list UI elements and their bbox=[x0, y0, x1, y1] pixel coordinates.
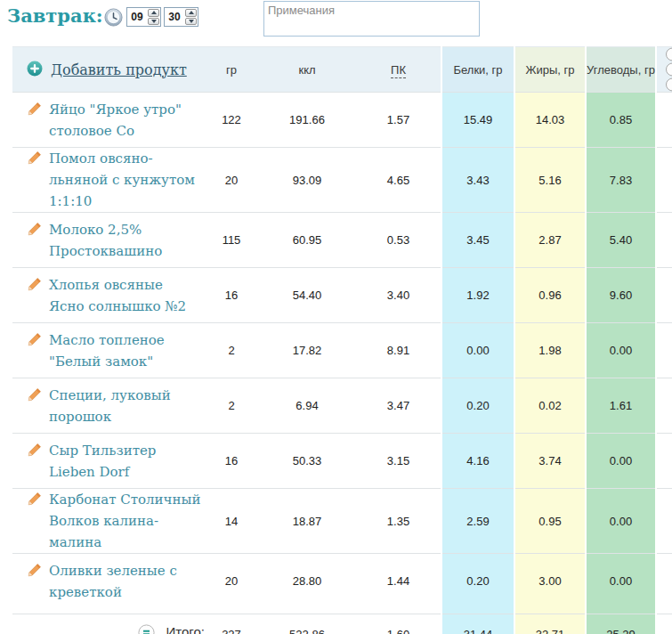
product-name[interactable]: Масло топленое "Белый замок" bbox=[49, 329, 202, 372]
row-extra bbox=[656, 378, 672, 434]
carbs-value: 0.00 bbox=[586, 323, 656, 378]
edit-pencil-icon[interactable] bbox=[27, 102, 42, 120]
table-row: Масло топленое "Белый замок" 2 17.82 8.9… bbox=[12, 323, 672, 378]
product-name[interactable]: Помол овсяно-льняной с кунжутом 1:1:10 bbox=[49, 148, 202, 212]
carbs-value: 9.60 bbox=[586, 268, 656, 323]
product-name[interactable]: Яйцо "Яркое утро" столовое Со bbox=[49, 99, 202, 142]
action-circle-button[interactable] bbox=[666, 48, 672, 61]
totals-extra bbox=[656, 614, 672, 634]
totals-protein: 31.44 bbox=[441, 614, 514, 634]
grams-value: 20 bbox=[205, 148, 258, 213]
table-row: Хлопья овсяные Ясно солнышко №2 16 54.40… bbox=[12, 268, 672, 323]
row-extra bbox=[656, 213, 672, 268]
column-header-protein: Белки, гр bbox=[441, 47, 514, 93]
pk-value: 4.65 bbox=[356, 148, 441, 213]
header-action-area bbox=[656, 47, 672, 93]
fat-value: 0.95 bbox=[514, 489, 586, 554]
totals-grams: 327 bbox=[205, 614, 258, 634]
edit-pencil-icon[interactable] bbox=[27, 150, 42, 169]
table-row: Оливки зеленые с креветкой 20 28.80 1.44… bbox=[12, 554, 672, 609]
add-product-icon[interactable] bbox=[27, 61, 43, 79]
hours-value[interactable]: 09 bbox=[127, 8, 147, 26]
action-circle-button[interactable] bbox=[666, 63, 672, 77]
totals-fat: 32.71 bbox=[514, 614, 586, 634]
row-extra bbox=[656, 554, 672, 609]
kcal-value: 28.80 bbox=[258, 554, 356, 609]
totals-label: Итого: bbox=[166, 624, 205, 634]
kcal-value: 17.82 bbox=[258, 323, 356, 378]
minutes-spin-down-button[interactable] bbox=[185, 18, 197, 26]
arrow-down-icon bbox=[189, 20, 194, 23]
product-name[interactable]: Оливки зеленые с креветкой bbox=[49, 560, 202, 603]
edit-pencil-icon[interactable] bbox=[27, 332, 42, 351]
product-name[interactable]: Молоко 2,5% Простоквашино bbox=[49, 219, 202, 262]
kcal-value: 54.40 bbox=[258, 268, 356, 323]
hours-spin-down-button[interactable] bbox=[148, 18, 159, 26]
add-product-link[interactable]: Добавить продукт bbox=[51, 61, 187, 78]
edit-pencil-icon[interactable] bbox=[27, 222, 42, 240]
arrow-up-icon bbox=[151, 11, 157, 14]
row-extra bbox=[656, 489, 672, 554]
product-rows: Яйцо "Яркое утро" столовое Со 122 191.66… bbox=[12, 93, 672, 609]
fat-value: 5.16 bbox=[514, 148, 586, 213]
carbs-value: 7.83 bbox=[586, 148, 656, 213]
protein-value: 15.49 bbox=[441, 93, 514, 148]
edit-pencil-icon[interactable] bbox=[27, 443, 42, 461]
protein-value: 3.45 bbox=[441, 213, 514, 268]
grams-value: 2 bbox=[205, 323, 258, 378]
edit-pencil-icon[interactable] bbox=[27, 563, 42, 581]
product-name[interactable]: Сыр Тильзитер Lieben Dorf bbox=[49, 440, 202, 483]
action-circle-button[interactable] bbox=[666, 78, 672, 92]
hours-spin-up-button[interactable] bbox=[148, 9, 159, 17]
protein-value: 0.00 bbox=[441, 323, 514, 378]
grams-value: 2 bbox=[205, 378, 258, 434]
edit-pencil-icon[interactable] bbox=[27, 387, 42, 406]
minutes-value[interactable]: 30 bbox=[165, 8, 184, 26]
fat-value: 0.02 bbox=[514, 378, 586, 434]
pk-value: 3.15 bbox=[356, 434, 441, 489]
carbs-value: 0.00 bbox=[586, 434, 656, 489]
pk-value: 1.35 bbox=[356, 489, 441, 554]
table-row: Специи, луковый порошок 2 6.94 3.47 0.20… bbox=[12, 378, 672, 434]
protein-value: 2.59 bbox=[441, 489, 514, 554]
grams-value: 20 bbox=[205, 554, 258, 609]
table-row: Молоко 2,5% Простоквашино 115 60.95 0.53… bbox=[12, 213, 672, 268]
meal-title: Завтрак: bbox=[7, 4, 103, 27]
table-row: Карбонат Столичный Волков калина-малина … bbox=[12, 489, 672, 554]
kcal-value: 93.09 bbox=[258, 148, 356, 213]
row-extra bbox=[656, 434, 672, 489]
table-header-row: Добавить продукт гр ккл ПК Белки, гр Жир… bbox=[12, 47, 672, 93]
column-header-pk: ПК bbox=[356, 47, 441, 93]
edit-pencil-icon[interactable] bbox=[27, 277, 42, 296]
kcal-value: 6.94 bbox=[258, 378, 356, 434]
pk-tooltip-trigger[interactable]: ПК bbox=[391, 63, 406, 78]
grams-value: 122 bbox=[205, 93, 258, 148]
kcal-value: 18.87 bbox=[258, 489, 356, 554]
arrow-down-icon bbox=[151, 20, 157, 23]
edit-pencil-icon[interactable] bbox=[27, 492, 42, 510]
table-row: Яйцо "Яркое утро" столовое Со 122 191.66… bbox=[12, 93, 672, 148]
hours-spinner[interactable]: 09 bbox=[126, 7, 161, 27]
protein-value: 1.92 bbox=[441, 268, 514, 323]
row-extra bbox=[656, 268, 672, 323]
product-name[interactable]: Хлопья овсяные Ясно солнышко №2 bbox=[49, 274, 202, 317]
carbs-value: 0.85 bbox=[586, 93, 656, 148]
protein-value: 4.16 bbox=[441, 434, 514, 489]
table-row: Помол овсяно-льняной с кунжутом 1:1:10 2… bbox=[12, 148, 672, 213]
column-header-grams: гр bbox=[205, 47, 258, 93]
notes-input[interactable] bbox=[263, 1, 480, 37]
minutes-spinner[interactable]: 30 bbox=[164, 7, 198, 27]
table-row: Сыр Тильзитер Lieben Dorf 16 50.33 3.15 … bbox=[12, 434, 672, 489]
pk-value: 3.47 bbox=[356, 378, 441, 434]
pk-value: 1.44 bbox=[356, 554, 441, 609]
kcal-value: 60.95 bbox=[258, 213, 356, 268]
product-name[interactable]: Специи, луковый порошок bbox=[49, 385, 202, 427]
grams-value: 16 bbox=[205, 268, 258, 323]
totals-carbs: 25.29 bbox=[586, 614, 656, 634]
carbs-value: 5.40 bbox=[586, 213, 656, 268]
kcal-value: 50.33 bbox=[258, 434, 356, 489]
product-name[interactable]: Карбонат Столичный Волков калина-малина bbox=[49, 489, 202, 553]
row-extra bbox=[656, 148, 672, 213]
column-header-carbs: Углеводы, гр bbox=[586, 47, 656, 93]
minutes-spin-up-button[interactable] bbox=[185, 9, 197, 17]
